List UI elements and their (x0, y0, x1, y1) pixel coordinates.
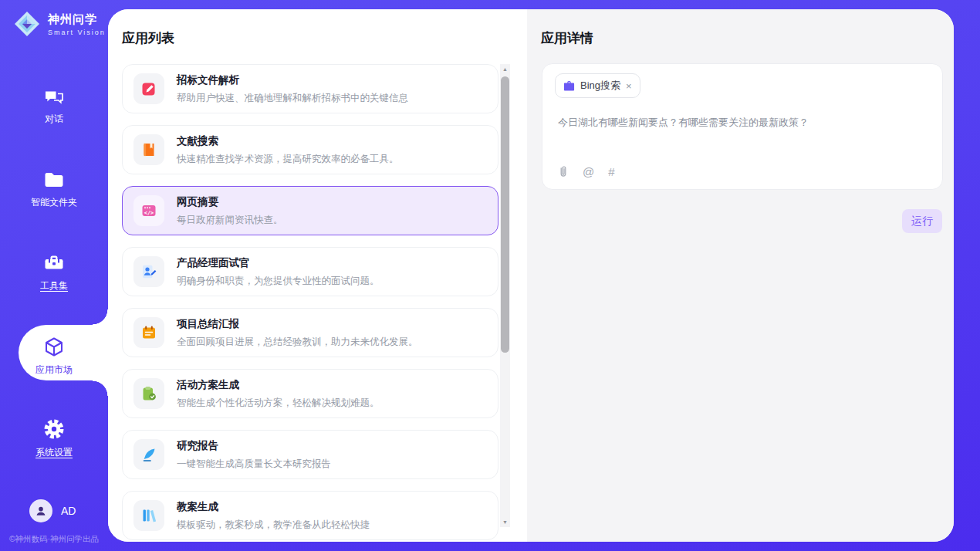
brand-logo: 神州问学 Smart Vision (12, 9, 106, 39)
sidebar-item-toolset[interactable]: 工具集 (0, 250, 108, 292)
toolbox-icon (0, 250, 108, 275)
user-account[interactable]: AD (29, 499, 76, 522)
paperclip-icon[interactable] (558, 165, 569, 178)
app-card-literature-search[interactable]: 文献搜索 快速精准查找学术资源，提高研究效率的必备工具。 (122, 125, 498, 174)
prompt-input-card[interactable]: Bing搜索 × 今日湖北有哪些新闻要点？有哪些需要关注的最新政策？ @ # (542, 63, 943, 190)
app-name: 项目总结汇报 (177, 317, 418, 331)
chat-icon (0, 83, 108, 108)
app-name: 网页摘要 (177, 195, 283, 209)
app-cards: 招标文件解析 帮助用户快速、准确地理解和解析招标书中的关键信息 文献搜索 快速精… (122, 64, 498, 542)
app-description: 快速精准查找学术资源，提高研究效率的必备工具。 (177, 153, 399, 166)
app-card-pm-interviewer[interactable]: 产品经理面试官 明确身份和职责，为您提供专业性的面试问题。 (122, 247, 498, 296)
app-detail-panel: 应用详情 Bing搜索 × 今日湖北有哪些新闻要点？有哪些需要关注的最新政策？ … (527, 9, 954, 542)
sidebar-item-label: 工具集 (0, 279, 108, 292)
tool-chip-label: Bing搜索 (580, 79, 620, 93)
bid-document-icon (133, 73, 164, 104)
app-detail-title: 应用详情 (541, 29, 593, 47)
sidebar-item-label: 智能文件夹 (0, 196, 108, 209)
app-card-web-summary[interactable]: </> 网页摘要 每日政府新闻资讯快查。 (122, 186, 498, 235)
app-name: 研究报告 (177, 439, 331, 453)
app-description: 全面回顾项目进展，总结经验教训，助力未来优化发展。 (177, 336, 418, 349)
diamond-logo-icon (12, 9, 42, 39)
app-name: 招标文件解析 (177, 73, 408, 87)
app-name: 教案生成 (177, 500, 370, 514)
app-name: 产品经理面试官 (177, 256, 380, 270)
sidebar-item-app-market[interactable]: 应用市场 (0, 334, 108, 377)
app-description: 每日政府新闻资讯快查。 (177, 214, 283, 227)
app-card-lesson-plan[interactable]: 教案生成 模板驱动，教案秒成，教学准备从此轻松快捷 (122, 491, 498, 540)
books-icon (133, 500, 164, 531)
gear-icon (0, 417, 108, 441)
cube-icon (0, 334, 108, 359)
app-name: 文献搜索 (177, 134, 399, 148)
scrollbar-up-arrow[interactable]: ▲ (500, 66, 510, 72)
copyright-text: ©神州数码·神州问学出品 (0, 534, 108, 545)
app-description: 模板驱动，教案秒成，教学准备从此轻松快捷 (177, 519, 370, 532)
input-toolbar: @ # (558, 165, 615, 178)
app-list-scrollbar[interactable]: ▲ ▼ (500, 64, 510, 527)
brand-name: 神州问学 (48, 12, 106, 27)
sidebar-item-label: 对话 (0, 113, 108, 126)
quill-report-icon (133, 439, 164, 470)
app-card-project-summary[interactable]: 项目总结汇报 全面回顾项目进展，总结经验教训，助力未来优化发展。 (122, 308, 498, 357)
chip-close-icon[interactable]: × (626, 80, 632, 92)
main-content: 应用列表 招标文件解析 帮助用户快速、准确地理解和解析招标书中的关键信息 (108, 9, 954, 542)
report-note-icon (133, 317, 164, 348)
sidebar-item-label: 系统设置 (0, 446, 108, 459)
webpage-code-icon: </> (133, 195, 164, 226)
tool-chip-bing-search[interactable]: Bing搜索 × (555, 73, 640, 98)
hash-icon[interactable]: # (608, 165, 614, 178)
sidebar: 神州问学 Smart Vision 对话 智能文件夹 (0, 0, 108, 551)
app-list-panel: 应用列表 招标文件解析 帮助用户快速、准确地理解和解析招标书中的关键信息 (108, 9, 527, 542)
clipboard-check-icon (133, 378, 164, 409)
query-text-input[interactable]: 今日湖北有哪些新闻要点？有哪些需要关注的最新政策？ (558, 116, 928, 130)
at-icon[interactable]: @ (583, 165, 594, 178)
run-button[interactable]: 运行 (902, 209, 942, 233)
svg-text:</>: </> (144, 210, 154, 216)
user-name: AD (61, 505, 76, 517)
interviewer-icon (133, 256, 164, 287)
sidebar-item-settings[interactable]: 系统设置 (0, 417, 108, 459)
scrollbar-down-arrow[interactable]: ▼ (500, 519, 510, 525)
app-card-bid-parse[interactable]: 招标文件解析 帮助用户快速、准确地理解和解析招标书中的关键信息 (122, 64, 498, 113)
sidebar-item-label: 应用市场 (0, 363, 108, 377)
brand-subtitle: Smart Vision (48, 29, 106, 36)
bubble-notch-top (93, 309, 108, 325)
bubble-notch-bottom (93, 380, 108, 396)
avatar (29, 499, 52, 522)
app-description: 帮助用户快速、准确地理解和解析招标书中的关键信息 (177, 92, 408, 105)
app-list-title: 应用列表 (122, 29, 174, 47)
app-description: 一键智能生成高质量长文本研究报告 (177, 458, 331, 471)
app-description: 明确身份和职责，为您提供专业性的面试问题。 (177, 275, 380, 288)
scrollbar-thumb[interactable] (501, 76, 509, 353)
briefcase-icon (563, 80, 575, 91)
app-card-research-report[interactable]: 研究报告 一键智能生成高质量长文本研究报告 (122, 430, 498, 479)
app-description: 智能生成个性化活动方案，轻松解决规划难题。 (177, 397, 380, 410)
app-card-activity-plan[interactable]: 活动方案生成 智能生成个性化活动方案，轻松解决规划难题。 (122, 369, 498, 418)
sidebar-item-chat[interactable]: 对话 (0, 83, 108, 126)
book-icon (133, 134, 164, 165)
app-name: 活动方案生成 (177, 378, 380, 392)
folder-icon (0, 167, 108, 191)
sidebar-item-smart-folder[interactable]: 智能文件夹 (0, 167, 108, 209)
user-avatar-icon (35, 505, 47, 517)
